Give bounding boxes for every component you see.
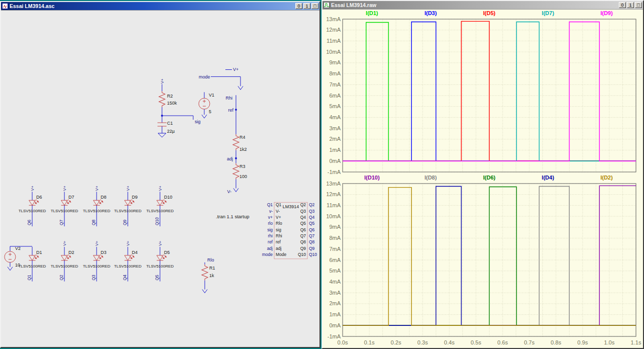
svg-text:Q4: Q4 [122, 275, 127, 281]
svg-text:D4: D4 [132, 250, 138, 255]
reference-divider-chain[interactable]: RhirefR41k2adjR3100V- [226, 95, 248, 194]
svg-text:adj: adj [276, 246, 281, 251]
trace-label-I(D2)[interactable]: I(D2) [600, 175, 612, 181]
svg-text:sig: sig [276, 227, 281, 232]
x-tick-label: 0.8s [551, 339, 561, 345]
led-D9[interactable]: V+D9TLSV5100REDQ9 [114, 186, 142, 226]
led-D8[interactable]: V+D8TLSV5100REDQ8 [83, 186, 111, 226]
svg-text:adj: adj [227, 156, 233, 161]
waveform-window-title: Essai LM3914.raw [331, 2, 376, 8]
svg-text:Q5: Q5 [300, 221, 306, 226]
svg-text:Q2: Q2 [309, 202, 315, 207]
maximize-button[interactable]: 1 [303, 3, 310, 9]
svg-text:TLSV5100RED: TLSV5100RED [146, 209, 174, 213]
spice-directive[interactable]: .tran 1.1 startup [216, 214, 249, 219]
svg-text:Q10: Q10 [298, 252, 306, 257]
maximize-button[interactable]: 1 [627, 2, 634, 8]
ground-flag[interactable] [158, 133, 166, 137]
resistor-R1[interactable]: RloR11k [202, 257, 215, 293]
y-tick-label: 0mA [329, 322, 341, 328]
svg-text:Q7: Q7 [309, 233, 315, 238]
svg-text:D7: D7 [68, 195, 74, 200]
waveform-plot-area[interactable]: I(D1)I(D3)I(D5)I(D7)I(D9)13mA12mA11mA10m… [323, 9, 643, 348]
net-label-vplus[interactable]: V+ [225, 67, 238, 72]
trace-label-I(D1)[interactable]: I(D1) [366, 10, 378, 16]
led-D3[interactable]: V+D3TLSV5100REDQ3 [83, 241, 111, 282]
led-D1[interactable]: D1TLSV5100REDQ1 [19, 247, 46, 282]
x-tick-label: 0.5s [471, 339, 481, 345]
y-tick-label: 10mA [326, 213, 341, 219]
schematic-window-title: Essai LM3914.asc [10, 3, 54, 9]
x-tick-label: 0.9s [578, 339, 588, 345]
schematic-window-titlebar[interactable]: Essai LM3914.asc 0 1 □ [1, 2, 319, 10]
schematic-drawing[interactable]: V+modeV+R2150ksigC122µV15RhirefR41k2adjR… [1, 11, 319, 347]
x-tick-label: 1.1s [631, 339, 641, 345]
x-tick-label: 0.1s [364, 339, 375, 345]
window-controls: 0 1 □ [295, 3, 318, 9]
y-tick-label: 1mA [329, 147, 341, 153]
svg-text:V+: V+ [160, 78, 165, 83]
waveform-pane-bottom[interactable]: I(D10)I(D8)I(D6)I(D4)I(D2)13mA12mA11mA10… [323, 174, 643, 338]
led-D10[interactable]: V+D10TLSV5100REDQ10 [146, 186, 174, 226]
y-tick-label: 2mA [329, 136, 341, 142]
svg-text:V+: V+ [158, 241, 163, 246]
led-D2[interactable]: V+D2TLSV5100REDQ2 [51, 241, 78, 282]
svg-text:TLSV5100RED: TLSV5100RED [19, 264, 46, 269]
net-label-mode[interactable]: mode [199, 74, 243, 90]
svg-text:Q8: Q8 [309, 239, 315, 244]
svg-text:Mode: Mode [276, 252, 287, 257]
svg-text:ref: ref [268, 239, 273, 244]
svg-text:TLSV5100RED: TLSV5100RED [83, 264, 111, 269]
led-D4[interactable]: V+D4TLSV5100REDQ4 [114, 241, 142, 282]
svg-text:V+: V+ [62, 241, 67, 246]
y-tick-label: 0mA [329, 158, 341, 164]
waveform-trace-I(D6) [343, 187, 636, 326]
trace-label-I(D3)[interactable]: I(D3) [425, 10, 437, 16]
svg-text:Q9: Q9 [122, 220, 127, 226]
svg-text:Q6: Q6 [309, 227, 315, 232]
svg-text:TLSV5100RED: TLSV5100RED [83, 209, 111, 213]
waveform-window-titlebar[interactable]: Essai LM3914.raw 0 1 □ [323, 1, 643, 9]
waveform-pane-svg[interactable]: 13mA12mA11mA10mA9mA8mA7mA6mA5mA4mA3mA2mA… [323, 17, 643, 174]
close-button[interactable]: □ [635, 2, 642, 8]
led-D5[interactable]: V+D5TLSV5100REDQ5 [146, 241, 174, 282]
svg-text:V+: V+ [276, 215, 281, 220]
minimize-button[interactable]: 0 [619, 2, 626, 8]
svg-text:V+: V+ [95, 186, 99, 191]
y-tick-label: 13mA [326, 182, 341, 187]
minimize-button[interactable]: 0 [295, 3, 302, 9]
svg-text:Q6: Q6 [300, 227, 306, 232]
trace-label-I(D6)[interactable]: I(D6) [483, 175, 495, 181]
trace-label-I(D5)[interactable]: I(D5) [483, 10, 495, 16]
trace-label-I(D7)[interactable]: I(D7) [542, 10, 554, 16]
voltage-source-V1[interactable]: V15 [199, 92, 214, 118]
svg-text:V+: V+ [126, 241, 130, 246]
trace-label-I(D10)[interactable]: I(D10) [364, 175, 380, 181]
x-tick-label: 1.0s [604, 339, 615, 345]
svg-text:V+: V+ [233, 67, 238, 72]
trace-label-I(D9)[interactable]: I(D9) [600, 10, 612, 16]
schematic-canvas[interactable]: V+modeV+R2150ksigC122µV15RhirefR41k2adjR… [1, 10, 319, 347]
waveform-pane-top[interactable]: I(D1)I(D3)I(D5)I(D7)I(D9)13mA12mA11mA10m… [323, 10, 643, 174]
svg-text:R3: R3 [239, 164, 246, 169]
trace-label-I(D8)[interactable]: I(D8) [425, 175, 437, 181]
svg-text:Q2: Q2 [300, 202, 306, 207]
svg-text:1k: 1k [209, 273, 214, 278]
trace-label-I(D4)[interactable]: I(D4) [542, 175, 554, 181]
waveform-pane-svg[interactable]: 13mA12mA11mA10mA9mA8mA7mA6mA5mA4mA3mA2mA… [323, 182, 643, 338]
close-button[interactable]: □ [311, 3, 318, 9]
capacitor-C1[interactable]: C122µ [157, 121, 175, 134]
svg-text:Q10: Q10 [154, 217, 159, 225]
svg-text:D3: D3 [101, 250, 107, 255]
svg-text:D1: D1 [36, 250, 42, 255]
y-tick-label: 9mA [329, 224, 341, 230]
led-D7[interactable]: V+D7TLSV5100REDQ7 [51, 186, 78, 226]
svg-text:Q9: Q9 [309, 246, 315, 251]
led-D6[interactable]: V+D6TLSV5100REDQ6 [19, 186, 46, 226]
time-axis[interactable]: 0.0s0.1s0.2s0.3s0.4s0.5s0.6s0.7s0.8s0.9s… [323, 338, 643, 347]
svg-text:Q4: Q4 [309, 215, 315, 220]
ic-LM3914[interactable]: LM3914Q1Q1v-V-v+V+rloRlosigsigrhiRhirefr… [262, 202, 317, 259]
resistor-R2[interactable]: V+R2150k [159, 78, 177, 123]
y-tick-label: 2mA [329, 300, 341, 306]
y-tick-label: 6mA [329, 93, 341, 99]
